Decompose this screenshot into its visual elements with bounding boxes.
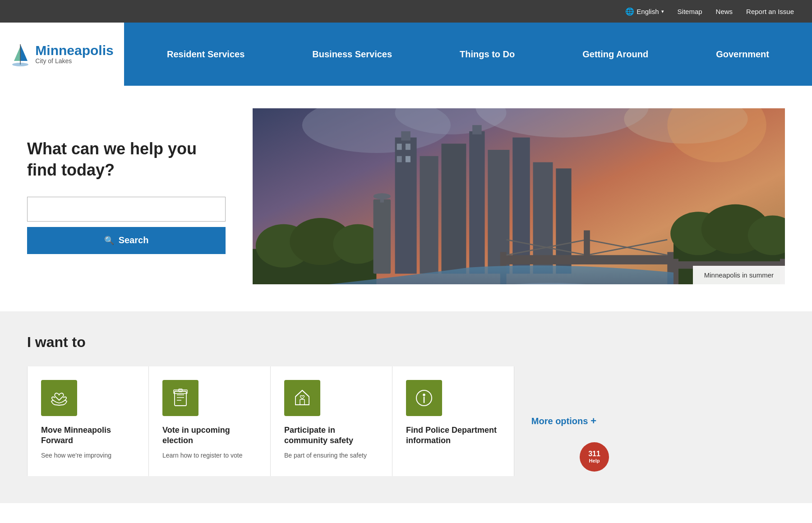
svg-rect-28 bbox=[374, 199, 391, 274]
top-bar: 🌐 English ▾ Sitemap News Report an Issue bbox=[0, 0, 812, 23]
home-shield-icon bbox=[292, 388, 313, 408]
chevron-down-icon: ▾ bbox=[661, 9, 664, 14]
search-icon: 🔍 bbox=[104, 236, 114, 245]
more-options-plus-icon: + bbox=[591, 415, 596, 427]
image-caption: Minneapolis in summer bbox=[693, 266, 785, 284]
nav-government[interactable]: Government bbox=[709, 45, 776, 64]
nav-things-to-do[interactable]: Things to Do bbox=[453, 45, 521, 64]
city-skyline-svg bbox=[253, 108, 785, 284]
sitemap-link[interactable]: Sitemap bbox=[678, 8, 702, 15]
search-button[interactable]: 🔍 Search bbox=[27, 227, 226, 254]
card-title-vote: Vote in upcoming election bbox=[162, 425, 257, 446]
language-label: English bbox=[637, 8, 659, 15]
svg-marker-52 bbox=[295, 390, 309, 405]
logo-subtitle: City of Lakes bbox=[35, 57, 113, 65]
svg-rect-38 bbox=[584, 230, 590, 258]
nav-getting-around[interactable]: Getting Around bbox=[576, 45, 655, 64]
card-community-safety[interactable]: Participate in community safety Be part … bbox=[271, 366, 392, 476]
svg-rect-18 bbox=[397, 156, 402, 162]
logo-sailboat-icon bbox=[10, 42, 31, 67]
hero-image bbox=[253, 108, 785, 284]
hero-section: What can we help you find today? 🔍 Searc… bbox=[0, 86, 812, 311]
svg-rect-20 bbox=[420, 156, 438, 274]
logo-area[interactable]: Minneapolis City of Lakes bbox=[0, 23, 124, 86]
logo-city-name: Minneapolis bbox=[35, 44, 113, 57]
svg-rect-23 bbox=[472, 125, 482, 134]
svg-rect-16 bbox=[397, 143, 402, 150]
svg-marker-1 bbox=[14, 46, 20, 61]
more-options-area: More options + 311 Help bbox=[514, 366, 614, 476]
card-icon-vote bbox=[162, 380, 198, 416]
card-desc-community-safety: Be part of ensuring the safety bbox=[284, 451, 378, 460]
news-link[interactable]: News bbox=[716, 8, 733, 15]
hero-heading: What can we help you find today? bbox=[27, 139, 226, 181]
card-police[interactable]: Find Police Department information bbox=[392, 366, 514, 476]
help-311-text: Help bbox=[589, 458, 600, 463]
more-options-button[interactable]: More options + bbox=[531, 415, 596, 427]
svg-rect-19 bbox=[406, 156, 411, 162]
info-circle-icon bbox=[414, 388, 434, 408]
help-311-number: 311 bbox=[588, 450, 600, 458]
svg-marker-0 bbox=[20, 44, 28, 61]
iwantto-heading: I want to bbox=[27, 334, 785, 351]
hero-left: What can we help you find today? 🔍 Searc… bbox=[27, 139, 226, 254]
svg-rect-53 bbox=[300, 399, 304, 405]
hands-heart-icon bbox=[49, 388, 69, 408]
svg-rect-15 bbox=[401, 131, 411, 141]
nav-resident-services[interactable]: Resident Services bbox=[160, 45, 251, 64]
vote-ballot-icon bbox=[170, 388, 191, 408]
svg-rect-17 bbox=[406, 143, 411, 150]
svg-rect-22 bbox=[469, 131, 484, 274]
card-title-move-mpls: Move Minneapolis Forward bbox=[41, 425, 135, 446]
cards-row: Move Minneapolis Forward See how we're i… bbox=[27, 366, 785, 476]
card-icon-move-mpls bbox=[41, 380, 77, 416]
card-title-community-safety: Participate in community safety bbox=[284, 425, 378, 446]
logo-text: Minneapolis City of Lakes bbox=[35, 44, 113, 65]
help-311-button[interactable]: 311 Help bbox=[580, 442, 609, 472]
svg-rect-44 bbox=[674, 259, 678, 284]
card-icon-community-safety bbox=[284, 380, 320, 416]
nav-business-services[interactable]: Business Services bbox=[305, 45, 399, 64]
svg-point-30 bbox=[374, 193, 391, 199]
globe-icon: 🌐 bbox=[625, 7, 634, 16]
svg-rect-21 bbox=[441, 143, 466, 273]
svg-point-55 bbox=[423, 394, 425, 396]
card-icon-police bbox=[406, 380, 442, 416]
report-issue-link[interactable]: Report an Issue bbox=[746, 8, 794, 15]
header: Minneapolis City of Lakes Resident Servi… bbox=[0, 23, 812, 86]
card-desc-vote: Learn how to register to vote bbox=[162, 451, 257, 460]
card-move-mpls[interactable]: Move Minneapolis Forward See how we're i… bbox=[27, 366, 149, 476]
language-selector[interactable]: 🌐 English ▾ bbox=[625, 7, 664, 16]
card-vote[interactable]: Vote in upcoming election Learn how to r… bbox=[149, 366, 271, 476]
svg-point-3 bbox=[12, 63, 28, 66]
hero-right: Minneapolis in summer bbox=[253, 108, 785, 284]
search-input[interactable] bbox=[27, 197, 226, 222]
card-desc-move-mpls: See how we're improving bbox=[41, 451, 135, 460]
card-title-police: Find Police Department information bbox=[406, 425, 500, 446]
main-nav: Resident Services Business Services Thin… bbox=[124, 23, 812, 86]
iwantto-section: I want to Move Minneapolis Forward See h… bbox=[0, 311, 812, 503]
